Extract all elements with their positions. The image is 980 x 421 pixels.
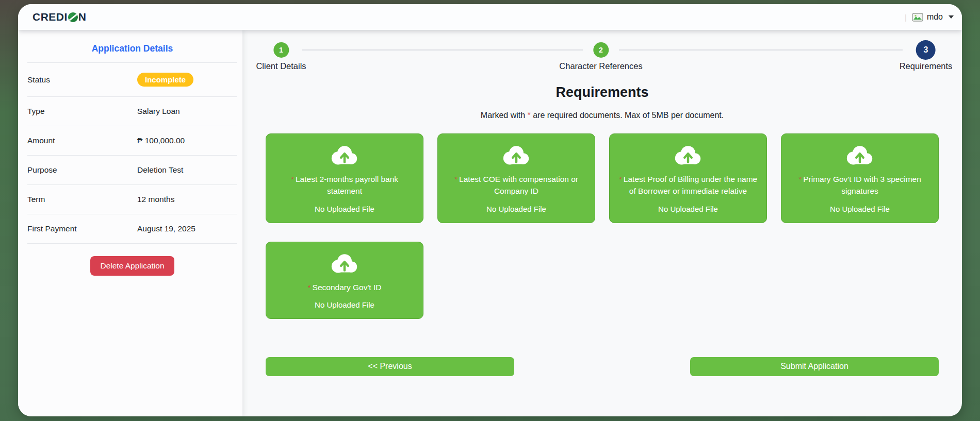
footer-buttons: << Previous Submit Application bbox=[266, 357, 939, 376]
upload-cards-grid: *Latest 2-months payroll bank statement … bbox=[266, 133, 939, 319]
application-details-panel: Application Details Status Incomplete Ty… bbox=[18, 30, 242, 416]
term-value: 12 months bbox=[137, 195, 237, 204]
card-title: *Secondary Gov't ID bbox=[308, 281, 382, 293]
status-label: Status bbox=[27, 75, 137, 85]
cloud-upload-icon bbox=[329, 252, 361, 276]
app-window: CREDIN | mdo Application Details Status bbox=[18, 4, 962, 416]
amount-value: ₱ 100,000.00 bbox=[137, 136, 237, 145]
purpose-label: Purpose bbox=[27, 165, 137, 175]
user-menu[interactable]: mdo bbox=[912, 12, 954, 22]
upload-card-payroll-bank-statement[interactable]: *Latest 2-months payroll bank statement … bbox=[266, 133, 423, 223]
step-client-details[interactable]: 1 Client Details bbox=[256, 38, 306, 71]
submit-application-button[interactable]: Submit Application bbox=[690, 357, 939, 376]
first-payment-label: First Payment bbox=[27, 224, 137, 233]
card-required-asterisk: * bbox=[798, 175, 802, 183]
first-payment-value: August 19, 2025 bbox=[137, 224, 237, 233]
card-required-asterisk: * bbox=[291, 175, 294, 183]
card-upload-status: No Uploaded File bbox=[446, 205, 586, 213]
purpose-value: Deletion Test bbox=[137, 165, 237, 175]
card-required-asterisk: * bbox=[308, 283, 311, 292]
brand-logo[interactable]: CREDIN bbox=[32, 11, 87, 23]
status-badge: Incomplete bbox=[137, 73, 193, 87]
step-3-label: Requirements bbox=[900, 61, 953, 71]
card-upload-status: No Uploaded File bbox=[618, 205, 758, 213]
status-row: Status Incomplete bbox=[27, 63, 237, 97]
caret-down-icon bbox=[949, 15, 954, 19]
navbar-divider: | bbox=[905, 13, 907, 22]
brand-text-right: N bbox=[78, 11, 87, 23]
card-title: *Latest COE with compensation or Company… bbox=[446, 173, 586, 197]
card-upload-status: No Uploaded File bbox=[790, 205, 930, 213]
sidebar-title: Application Details bbox=[27, 43, 237, 63]
step-requirements[interactable]: 3 Requirements bbox=[900, 38, 953, 71]
delete-application-button[interactable]: Delete Application bbox=[90, 256, 174, 276]
brand-text-left: CREDI bbox=[32, 11, 68, 23]
type-value: Salary Loan bbox=[137, 107, 237, 116]
card-title: *Primary Gov't ID with 3 specimen signat… bbox=[790, 173, 930, 197]
logo-o-icon bbox=[68, 12, 78, 22]
term-row: Term 12 months bbox=[27, 185, 237, 214]
previous-button[interactable]: << Previous bbox=[266, 357, 514, 376]
upload-card-coe-company-id[interactable]: *Latest COE with compensation or Company… bbox=[437, 133, 595, 223]
amount-label: Amount bbox=[27, 136, 137, 145]
step-1-label: Client Details bbox=[256, 61, 306, 71]
requirements-title: Requirements bbox=[266, 85, 939, 100]
stepper-line-2 bbox=[619, 49, 903, 50]
term-label: Term bbox=[27, 195, 137, 204]
step-3-circle: 3 bbox=[916, 40, 936, 60]
note-suffix: are required documents. Max of 5MB per d… bbox=[531, 111, 724, 120]
amount-row: Amount ₱ 100,000.00 bbox=[27, 126, 237, 156]
step-character-references[interactable]: 2 Character References bbox=[559, 38, 642, 71]
card-upload-status: No Uploaded File bbox=[274, 300, 415, 309]
stepper: 1 Client Details 2 Character References … bbox=[266, 38, 939, 82]
card-required-asterisk: * bbox=[454, 175, 458, 183]
stepper-line-1 bbox=[302, 49, 583, 50]
top-navbar: CREDIN | mdo bbox=[18, 4, 962, 30]
cloud-upload-icon bbox=[672, 144, 704, 168]
card-required-asterisk: * bbox=[619, 175, 622, 183]
cloud-upload-icon bbox=[844, 144, 876, 168]
first-payment-row: First Payment August 19, 2025 bbox=[27, 214, 237, 244]
step-2-label: Character References bbox=[559, 61, 642, 71]
type-label: Type bbox=[27, 107, 137, 116]
card-title: *Latest 2-months payroll bank statement bbox=[274, 173, 415, 197]
cloud-upload-icon bbox=[329, 144, 361, 168]
card-title: *Latest Proof of Billing under the name … bbox=[618, 173, 758, 197]
step-2-circle: 2 bbox=[593, 42, 609, 58]
requirements-note: Marked with * are required documents. Ma… bbox=[266, 111, 939, 120]
upload-card-secondary-govt-id[interactable]: *Secondary Gov't ID No Uploaded File bbox=[266, 242, 423, 319]
upload-card-proof-of-billing[interactable]: *Latest Proof of Billing under the name … bbox=[609, 133, 767, 223]
broken-avatar-icon bbox=[912, 13, 923, 22]
purpose-row: Purpose Deletion Test bbox=[27, 156, 237, 185]
card-upload-status: No Uploaded File bbox=[274, 205, 415, 213]
cloud-upload-icon bbox=[500, 144, 532, 168]
note-prefix: Marked with bbox=[481, 111, 528, 120]
type-row: Type Salary Loan bbox=[27, 97, 237, 126]
step-1-circle: 1 bbox=[273, 42, 289, 58]
upload-card-primary-govt-id[interactable]: *Primary Gov't ID with 3 specimen signat… bbox=[781, 133, 939, 223]
user-name: mdo bbox=[927, 12, 943, 22]
main-content: 1 Client Details 2 Character References … bbox=[242, 30, 962, 416]
